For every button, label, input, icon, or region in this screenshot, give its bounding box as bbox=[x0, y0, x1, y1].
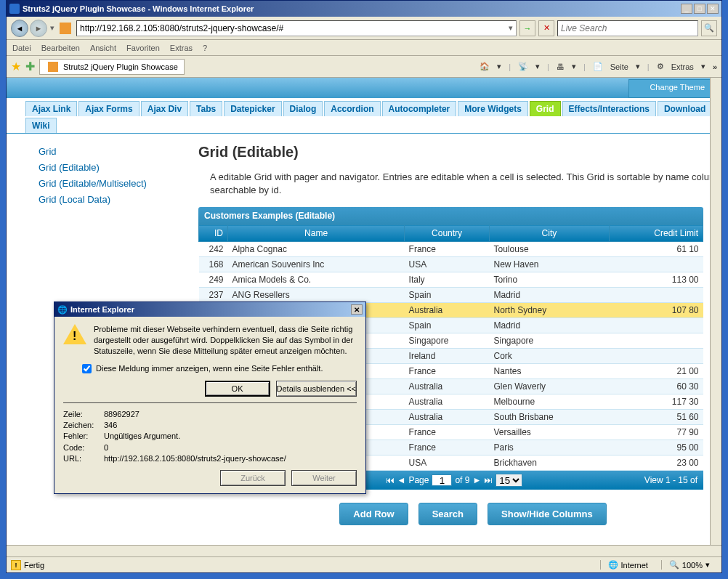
warning-icon[interactable]: ! bbox=[11, 560, 21, 570]
status-text: Fertig bbox=[24, 561, 44, 570]
dialog-title: Internet Explorer bbox=[70, 305, 134, 314]
show-hide-columns-button[interactable]: Show/Hide Columns bbox=[488, 503, 607, 525]
dialog-close-button[interactable]: ✕ bbox=[351, 304, 363, 315]
tab-label: Struts2 jQuery Plugin Showcase bbox=[63, 62, 178, 71]
header-strip: Change Theme bbox=[7, 78, 721, 98]
go-button[interactable]: → bbox=[519, 20, 535, 36]
ie-icon: 🌐 bbox=[57, 305, 68, 315]
zoom-label: 100% bbox=[682, 561, 703, 570]
warning-triangle-icon bbox=[63, 324, 86, 347]
menu-extras[interactable]: Extras bbox=[170, 44, 193, 52]
window-title: Struts2 jQuery Plugin Showcase - Windows… bbox=[23, 4, 681, 13]
tab-wiki[interactable]: Wiki bbox=[25, 118, 57, 133]
search-button[interactable]: Search bbox=[418, 503, 477, 525]
close-button[interactable]: ✕ bbox=[707, 4, 719, 14]
menu-datei[interactable]: Datei bbox=[12, 44, 31, 52]
column-header[interactable]: Name bbox=[228, 225, 405, 242]
sidebar-item[interactable]: Grid (Editable) bbox=[39, 160, 177, 176]
zoom-icon[interactable]: 🔍 bbox=[669, 560, 679, 570]
add-row-button[interactable]: Add Row bbox=[339, 503, 408, 525]
error-details: Zeile:88962927 Zeichen:346 Fehler:Ungült… bbox=[63, 409, 357, 465]
home-icon[interactable]: 🏠 bbox=[480, 62, 490, 71]
tools-icon[interactable]: ⚙ bbox=[657, 62, 664, 71]
page-icon bbox=[60, 23, 71, 34]
tab-ajax-forms[interactable]: Ajax Forms bbox=[78, 101, 139, 116]
address-bar[interactable]: ▾ bbox=[76, 20, 517, 36]
dialog-titlebar: 🌐 Internet Explorer ✕ bbox=[54, 302, 365, 317]
tab-grid[interactable]: Grid bbox=[530, 101, 561, 116]
vertical-scrollbar[interactable] bbox=[710, 78, 721, 545]
favorites-bar: ★ ✚ Struts2 jQuery Plugin Showcase 🏠▾| 📡… bbox=[7, 56, 721, 78]
column-header[interactable]: City bbox=[490, 225, 610, 242]
table-row[interactable]: 168American Souvenirs IncUSANew Haven bbox=[199, 257, 703, 272]
column-header[interactable]: ID bbox=[199, 225, 228, 242]
navbar: ◄ ► ▾ ▾ → ✕ 🔍 bbox=[7, 17, 721, 40]
minimize-button[interactable]: _ bbox=[681, 4, 692, 14]
column-header[interactable]: Credit Limit bbox=[609, 225, 703, 242]
search-input[interactable] bbox=[561, 23, 695, 33]
checkbox-label: Diese Meldung immer anzeigen, wenn eine … bbox=[96, 364, 323, 373]
horizontal-scrollbar[interactable] bbox=[7, 545, 721, 556]
back-button[interactable]: ◄ bbox=[11, 20, 28, 37]
tab-accordion[interactable]: Accordion bbox=[324, 101, 380, 116]
pager-rows-select[interactable]: 15 bbox=[496, 474, 522, 487]
chevron-right-icon[interactable]: » bbox=[713, 62, 717, 71]
tab-autocompleter[interactable]: Autocompleter bbox=[382, 101, 457, 116]
page-menu-icon[interactable]: 📄 bbox=[593, 62, 603, 71]
pager-page-input[interactable] bbox=[432, 474, 452, 486]
search-button[interactable]: 🔍 bbox=[701, 20, 717, 36]
column-header[interactable]: Country bbox=[405, 225, 490, 242]
back-button[interactable]: Zurück bbox=[220, 470, 286, 486]
change-theme-button[interactable]: Change Theme bbox=[628, 79, 721, 98]
page-menu-label[interactable]: Seite bbox=[610, 62, 628, 71]
forward-button[interactable]: ► bbox=[30, 20, 47, 37]
pager-last-icon[interactable]: ⏭ bbox=[484, 475, 493, 485]
ie-icon bbox=[9, 4, 20, 14]
tab-ajax-link[interactable]: Ajax Link bbox=[25, 101, 77, 116]
pager-view-label: View 1 - 15 of bbox=[644, 475, 697, 485]
table-row[interactable]: 242Alpha CognacFranceToulouse61 10 bbox=[199, 242, 703, 257]
tab-effects-interactions[interactable]: Effects/Interactions bbox=[562, 101, 656, 116]
menubar: Datei Bearbeiten Ansicht Favoriten Extra… bbox=[7, 40, 721, 56]
menu-bearbeiten[interactable]: Bearbeiten bbox=[41, 44, 80, 52]
tab-more-widgets[interactable]: More Widgets bbox=[458, 101, 528, 116]
extras-menu-label[interactable]: Extras bbox=[671, 62, 694, 71]
feeds-icon[interactable]: 📡 bbox=[518, 62, 528, 71]
forward-button[interactable]: Weiter bbox=[291, 470, 357, 486]
sidebar-item[interactable]: Grid (Local Data) bbox=[39, 192, 177, 208]
table-row[interactable]: 237ANG ResellersSpainMadrid bbox=[199, 288, 703, 303]
pager-prev-icon[interactable]: ◄ bbox=[397, 475, 406, 485]
details-button[interactable]: Details ausblenden << bbox=[276, 381, 357, 397]
dialog-message: Probleme mit dieser Webseite verhindern … bbox=[94, 324, 357, 357]
menu-ansicht[interactable]: Ansicht bbox=[90, 44, 116, 52]
tab-strip: Ajax LinkAjax FormsAjax DivTabsDatepicke… bbox=[7, 98, 721, 134]
grid-caption: Customers Examples (Editable) bbox=[198, 207, 703, 224]
pager-first-icon[interactable]: ⏮ bbox=[386, 475, 395, 485]
page-title: Grid (Editable) bbox=[198, 144, 721, 161]
sidebar-item[interactable]: Grid (Editable/Multiselect) bbox=[39, 176, 177, 192]
zone-label: Internet bbox=[621, 561, 648, 570]
favorites-icon[interactable]: ★ bbox=[11, 60, 21, 73]
sidebar-item[interactable]: Grid bbox=[39, 144, 177, 160]
pager-page-label: Page bbox=[408, 475, 429, 485]
stop-button[interactable]: ✕ bbox=[538, 20, 554, 36]
print-icon[interactable]: 🖶 bbox=[557, 62, 565, 71]
menu-favoriten[interactable]: Favoriten bbox=[126, 44, 160, 52]
tab-tabs[interactable]: Tabs bbox=[190, 101, 222, 116]
always-show-checkbox[interactable] bbox=[82, 364, 92, 373]
tab-ajax-div[interactable]: Ajax Div bbox=[141, 101, 188, 116]
table-row[interactable]: 249Amica Models & Co.ItalyTorino113 00 bbox=[199, 272, 703, 288]
maximize-button[interactable]: □ bbox=[694, 4, 705, 14]
browser-tab[interactable]: Struts2 jQuery Plugin Showcase bbox=[39, 59, 185, 75]
menu-help[interactable]: ? bbox=[203, 44, 207, 52]
search-box[interactable] bbox=[557, 20, 698, 36]
url-input[interactable] bbox=[80, 23, 509, 33]
tab-download[interactable]: Download bbox=[658, 101, 712, 116]
add-favorite-icon[interactable]: ✚ bbox=[25, 60, 35, 73]
ok-button[interactable]: OK bbox=[205, 381, 270, 397]
tab-datepicker[interactable]: Datepicker bbox=[224, 101, 281, 116]
pager-next-icon[interactable]: ► bbox=[472, 475, 481, 485]
tab-icon bbox=[48, 62, 58, 72]
tab-dialog[interactable]: Dialog bbox=[283, 101, 323, 116]
internet-zone-icon: 🌐 bbox=[608, 560, 618, 570]
